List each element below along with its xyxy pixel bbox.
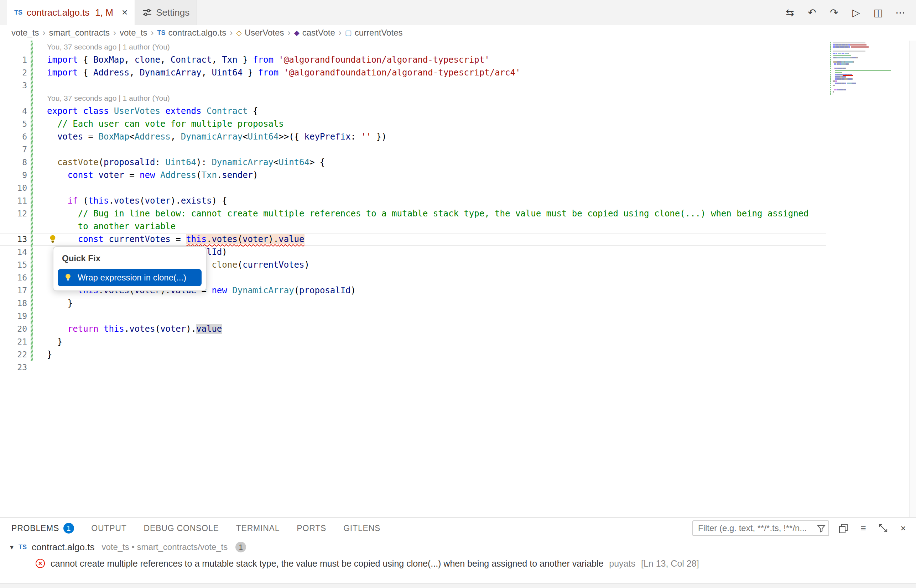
line-number[interactable]: 1 [0,53,27,66]
editor-actions: ⇆ ↶ ↷ ▷ ◫ ⋯ [784,0,916,25]
code-line[interactable]: 21 } [0,335,826,348]
line-number[interactable] [0,40,27,53]
codelens-text[interactable]: You, 37 seconds ago | 1 author (You) [47,92,170,105]
line-number[interactable]: 19 [0,310,27,323]
line-number[interactable]: 16 [0,271,27,284]
tab-settings[interactable]: Settings [135,0,197,25]
line-number[interactable]: 18 [0,297,27,310]
gutter-change-indicator [31,297,33,310]
code-line[interactable]: 22} [0,348,826,361]
file-problems-count-badge: 1 [235,542,246,552]
code-area[interactable]: You, 37 seconds ago | 1 author (You)1imp… [0,40,826,374]
code-line[interactable]: 12 // Bug in line below: cannot create m… [0,207,826,220]
minimap[interactable] [826,42,909,97]
tab-gitlens[interactable]: GITLENS [343,523,380,533]
line-number[interactable]: 3 [0,79,27,92]
run-icon[interactable]: ▷ [850,7,862,18]
line-number[interactable] [0,92,27,105]
codelens-text[interactable]: You, 37 seconds ago | 1 author (You) [47,40,170,53]
code-line[interactable]: 19 [0,310,826,323]
breadcrumb-item-file[interactable]: TScontract.algo.ts [157,28,227,38]
bottom-panel: PROBLEMS 1 OUTPUT DEBUG CONSOLE TERMINAL… [0,517,916,588]
line-number[interactable]: 10 [0,181,27,194]
problems-filter-input[interactable] [692,520,829,536]
breadcrumb-item[interactable]: vote_ts [120,28,147,38]
gutter-change-indicator [31,284,33,297]
problems-file-row[interactable]: ▾ TS contract.algo.ts vote_ts • smart_co… [0,539,916,555]
code-editor[interactable]: You, 37 seconds ago | 1 author (You)1imp… [0,40,916,517]
line-number[interactable]: 8 [0,156,27,169]
line-number[interactable]: 22 [0,348,27,361]
editor-scrollbar[interactable] [909,40,916,517]
line-number[interactable]: 2 [0,66,27,79]
tab-ports[interactable]: PORTS [297,523,326,533]
next-change-icon[interactable]: ↷ [829,7,840,18]
split-editor-icon[interactable]: ◫ [872,7,884,18]
line-number[interactable]: 5 [0,118,27,130]
maximize-panel-icon[interactable] [877,523,889,533]
line-number[interactable]: 11 [0,194,27,207]
code-line[interactable]: 1import { BoxMap, clone, Contract, Txn }… [0,53,826,66]
line-number[interactable]: 23 [0,361,27,374]
breadcrumb-item[interactable]: vote_ts [11,28,39,38]
line-number[interactable]: 4 [0,105,27,118]
code-line[interactable]: 9 const voter = new Address(Txn.sender) [0,169,826,181]
line-number[interactable]: 6 [0,130,27,143]
panel-horizontal-scrollbar[interactable] [0,583,916,588]
tab-output[interactable]: OUTPUT [91,523,126,533]
line-number[interactable]: 12 [0,207,27,220]
code-line[interactable]: 23 [0,361,826,374]
previous-change-icon[interactable]: ↶ [806,7,818,18]
line-number[interactable]: 21 [0,335,27,348]
line-number[interactable]: 17 [0,284,27,297]
code-line[interactable]: 4export class UserVotes extends Contract… [0,105,826,118]
line-number[interactable]: 7 [0,143,27,156]
code-line[interactable]: 13 const currentVotes = this.votes(voter… [0,233,826,246]
chevron-down-icon[interactable]: ▾ [10,543,13,551]
code-line[interactable]: 8 castVote(proposalId: Uint64): DynamicA… [0,156,826,169]
tab-problems[interactable]: PROBLEMS 1 [11,523,74,533]
code-line[interactable]: 5 // Each user can vote for multiple pro… [0,118,826,130]
code-line[interactable]: 10 [0,181,826,194]
problems-filter [692,520,829,536]
breadcrumb-item[interactable]: smart_contracts [49,28,110,38]
panel-header: PROBLEMS 1 OUTPUT DEBUG CONSOLE TERMINAL… [0,517,916,539]
tab-terminal[interactable]: TERMINAL [236,523,280,533]
copy-icon[interactable] [838,523,849,533]
code-line[interactable]: 2import { Address, DynamicArray, Uint64 … [0,66,826,79]
gutter-change-indicator [31,258,33,271]
breadcrumb-item-variable[interactable]: ▢currentVotes [345,28,403,38]
line-number[interactable]: 15 [0,258,27,271]
codelens-row[interactable]: You, 37 seconds ago | 1 author (You) [0,92,826,105]
line-number[interactable]: 14 [0,246,27,258]
code-text: // Each user can vote for multiple propo… [47,118,284,130]
problems-error-row[interactable]: × cannot create multiple references to a… [0,555,916,572]
more-actions-icon[interactable]: ⋯ [895,7,906,18]
close-tab-icon[interactable]: × [122,8,128,18]
code-line[interactable]: 3 [0,79,826,92]
breadcrumb-item-method[interactable]: ◆castVote [294,28,335,38]
codelens-row[interactable]: You, 37 seconds ago | 1 author (You) [0,40,826,53]
method-symbol-icon: ◆ [294,29,299,36]
code-line-wrap[interactable]: to another variable [0,220,826,233]
line-number[interactable] [0,220,27,233]
code-line[interactable]: 7 [0,143,826,156]
tab-contract-algo-ts[interactable]: TS contract.algo.ts 1, M × [7,0,135,25]
code-line[interactable]: 11 if (this.votes(voter).exists) { [0,194,826,207]
code-line[interactable]: 18 } [0,297,826,310]
line-number[interactable]: 20 [0,323,27,335]
line-number[interactable]: 13 [0,233,27,246]
code-line[interactable]: 20 return this.votes(voter).value [0,323,826,335]
code-line[interactable]: 6 votes = BoxMap<Address, DynamicArray<U… [0,130,826,143]
breadcrumb-item-class[interactable]: ◇UserVotes [236,28,284,38]
panel-action-icons: ≡ × [838,523,909,534]
lightbulb-icon[interactable] [48,234,58,244]
open-changes-icon[interactable]: ⇆ [784,7,796,18]
tab-label: Settings [156,7,189,18]
quick-fix-action[interactable]: Wrap expression in clone(...) [58,269,202,286]
gutter-change-indicator [31,194,33,207]
close-panel-icon[interactable]: × [898,523,909,534]
view-as-list-icon[interactable]: ≡ [858,523,869,534]
line-number[interactable]: 9 [0,169,27,181]
tab-debug-console[interactable]: DEBUG CONSOLE [144,523,219,533]
